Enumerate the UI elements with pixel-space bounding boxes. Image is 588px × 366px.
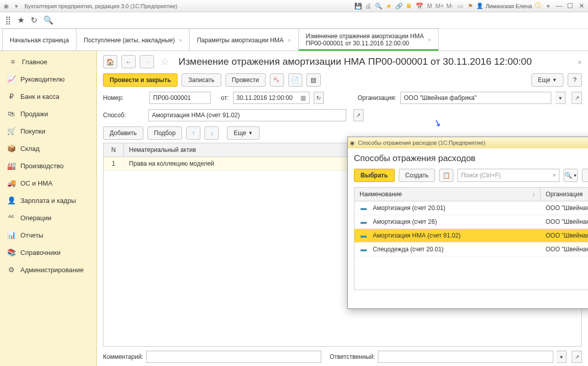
number-input[interactable]: ПР00-000001 [149,92,211,104]
dialog-titlebar: ◉ Способы отражения расходов (1С:Предпри… [348,137,588,148]
m-minus-button[interactable]: M- [446,2,454,10]
select-button[interactable]: Выбрать [354,169,395,182]
date-extra-button[interactable]: ↻ [314,92,324,104]
calendar-icon[interactable]: 📅 [415,2,423,10]
sidebar-item-references[interactable]: 📚Справочники [0,244,96,261]
m-button[interactable]: M [425,2,433,10]
list-icon-button[interactable]: ▤ [306,73,321,87]
tab-close-icon[interactable]: × [179,37,182,43]
maximize-button[interactable]: ☐ [566,3,575,10]
search-icon[interactable]: 🔍 [374,2,382,10]
add-button[interactable]: Добавить [103,126,143,140]
expense-methods-table: Наименование↓ Организация ▬Амортизация (… [354,187,588,290]
resp-open-button[interactable]: ↗ [572,351,582,363]
sidebar-item-assets[interactable]: 🚚ОС и НМА [0,174,96,192]
col-name[interactable]: Наименование↓ [354,188,541,201]
sidebar-item-manager[interactable]: 📈Руководителю [0,70,96,88]
sidebar-item-main[interactable]: ≡Главное [0,53,96,70]
m-plus-button[interactable]: M+ [436,2,444,10]
post-and-close-button[interactable]: Провести и закрыть [103,73,177,87]
history-icon[interactable]: ↻ [31,15,37,25]
back-button[interactable]: ← [121,55,136,68]
col-org[interactable]: Организация [541,188,588,201]
apps-icon[interactable]: ⣿ [5,15,11,25]
more-button[interactable]: Еще▼ [531,73,564,87]
doc-icon-button[interactable]: 📄 [288,73,302,87]
calendar-picker-icon[interactable]: ▦ [300,94,306,101]
move-down-button[interactable]: ↓ [204,126,219,140]
info-caret[interactable]: ▾ [544,2,552,10]
search-button[interactable]: 🔍▼ [564,169,578,182]
item-icon: ▬ [354,246,373,253]
search-clear-icon[interactable]: × [552,172,556,179]
box-icon: 📦 [7,144,15,152]
link-icon[interactable]: 🔗 [395,2,403,10]
flag-icon[interactable]: ⚑ [466,2,474,10]
responsible-input[interactable] [378,351,553,363]
minimize-button[interactable]: — [554,3,564,10]
method-open-button[interactable]: ↗ [353,109,364,121]
star-outline-icon[interactable]: ☆ [160,56,169,68]
tab-close-icon[interactable]: × [288,37,291,43]
info-icon[interactable]: ⓘ [534,2,542,10]
copy-button[interactable]: 📋 [439,169,453,182]
save-icon[interactable]: 💾 [354,2,362,10]
help-button[interactable]: ? [568,73,582,87]
date-label: от: [221,94,228,101]
item-icon: ▬ [354,218,373,225]
list-item[interactable]: ▬Амортизация НМА (счет 91.02)ООО "Швейна… [354,229,588,243]
sidebar-item-purchases[interactable]: 🛒Покупки [0,122,96,140]
sidebar-item-sales[interactable]: 🛍Продажи [0,105,96,122]
doc-close-icon[interactable]: × [577,58,582,66]
home-button[interactable]: 🏠 [103,55,117,68]
method-input[interactable]: Амортизация НМА (счет 91.02) [148,109,346,121]
dialog-more-button[interactable]: Еще▼ [582,169,588,182]
tab-receipts[interactable]: Поступление (акты, накладные)× [76,29,190,50]
org-dropdown-button[interactable]: ▾ [555,92,566,104]
number-label: Номер: [103,94,123,101]
star-icon[interactable]: ★ [385,2,393,10]
panel-icon[interactable]: ▭ [456,2,464,10]
list-item[interactable]: ▬Спецодежда (счет 20.01)ООО "Швейная фаб… [354,243,588,256]
print-icon[interactable]: 🖨 [364,2,372,10]
sidebar-item-operations[interactable]: ᴬᴷОперации [0,209,96,226]
sidebar-item-reports[interactable]: 📊Отчеты [0,226,96,244]
move-up-button[interactable]: ↑ [186,126,200,140]
document-content: 🏠 ← → ☆ Изменение отражения амортизации … [97,51,588,366]
pick-button[interactable]: Подбор [147,126,182,140]
org-input[interactable]: ООО "Швейная фабрика" [400,92,551,104]
dtkt-button[interactable]: ᴰₖ [270,73,284,87]
calc-icon[interactable]: 🖩 [405,2,413,10]
sidebar-item-bank[interactable]: ₽Банк и касса [0,88,96,105]
tab-amort-params[interactable]: Параметры амортизации НМА× [189,29,298,50]
date-input[interactable]: 30.11.2016 12:00:00▦ [233,92,310,104]
favorite-icon[interactable]: ★ [17,15,24,25]
comment-input[interactable] [146,351,322,363]
org-open-button[interactable]: ↗ [572,92,582,104]
col-n[interactable]: N [104,143,124,156]
sidebar-item-salary[interactable]: 👤Зарплата и кадры [0,192,96,209]
user-name[interactable]: 👤Лиманская Елена [476,3,532,9]
chart-icon: 📈 [7,75,15,83]
item-icon: ▬ [354,204,373,212]
create-button[interactable]: Создать [399,169,436,182]
sidebar-item-production[interactable]: 🏭Производство [0,157,96,174]
resp-dropdown-button[interactable]: ▾ [556,351,567,363]
ruble-icon: ₽ [7,92,15,100]
gear-icon: ⚙ [7,266,15,274]
sidebar-item-warehouse[interactable]: 📦Склад [0,140,96,157]
search-input[interactable]: Поиск (Ctrl+F) × [457,169,559,182]
save-button[interactable]: Записать [182,73,221,87]
tab-home[interactable]: Начальная страница [2,29,76,50]
dropdown-icon[interactable]: ▾ [12,2,20,10]
tab-close-icon[interactable]: × [428,37,431,43]
tab-amort-change[interactable]: Изменение отражения амортизации НМАПР00-… [298,29,439,50]
search-toolbar-icon[interactable]: 🔍 [43,15,54,25]
sidebar-item-admin[interactable]: ⚙Администрирование [0,261,96,278]
forward-button[interactable]: → [140,55,154,68]
list-item[interactable]: ▬Амортизация (счет 26)ООО "Швейная фабри… [354,215,588,229]
list-item[interactable]: ▬Амортизация (счет 20.01)ООО "Швейная фа… [354,201,588,215]
close-button[interactable]: ✕ [577,3,586,10]
table-more-button[interactable]: Еще▼ [227,126,259,140]
post-button[interactable]: Провести [225,73,266,87]
